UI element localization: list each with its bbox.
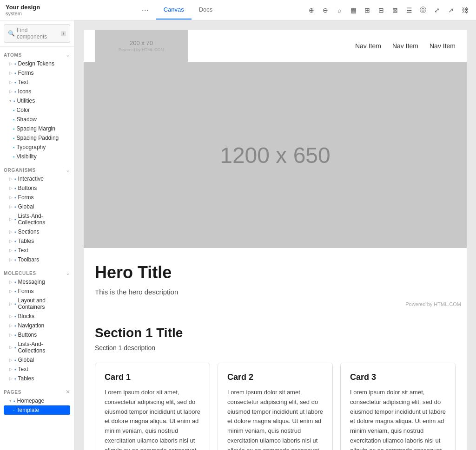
expand-icon[interactable]: ⤢ xyxy=(431,5,443,16)
grid-icon[interactable]: ⊞ xyxy=(362,5,373,16)
arrow-icon: ▷ xyxy=(9,280,13,284)
sidebar-item-tables-mol[interactable]: ▷ ▪ Tables xyxy=(4,374,70,383)
sidebar-item-lists-mol[interactable]: ▷ ▪ Lists-And-Collections xyxy=(4,339,70,355)
sidebar-item-design-tokens[interactable]: ▷ ▪ Design Tokens xyxy=(4,59,70,68)
sidebar-item-forms-mol[interactable]: ▷ ▪ Forms xyxy=(4,287,70,296)
sidebar-item-typography[interactable]: ▪ Typography xyxy=(4,143,70,152)
sidebar-item-buttons-mol[interactable]: ▷ ▪ Buttons xyxy=(4,330,70,339)
sidebar-item-navigation[interactable]: ▷ ▪ Navigation xyxy=(4,321,70,330)
table-icon[interactable]: ⊟ xyxy=(376,5,387,16)
nav-item-3[interactable]: Nav Item xyxy=(430,42,456,50)
sidebar-item-template[interactable]: ▪ Template xyxy=(4,405,70,415)
sidebar-item-label: Forms xyxy=(18,194,34,201)
sidebar-item-label: Color xyxy=(17,107,30,113)
sidebar-item-icons-atoms[interactable]: ▷ ▪ Icons xyxy=(4,87,70,96)
zoom-in-icon[interactable]: ⊕ xyxy=(306,5,317,16)
top-bar: Your design system ··· Canvas Docs ⊕ ⊖ ⌕… xyxy=(0,0,476,20)
organisms-collapse[interactable]: ⌄ xyxy=(66,167,70,173)
sidebar-item-visibility[interactable]: ▪ Visibility xyxy=(4,152,70,161)
sidebar-item-spacing-padding[interactable]: ▪ Spacing Padding xyxy=(4,133,70,143)
sidebar-item-label: Buttons xyxy=(18,185,37,191)
sidebar-item-global-org[interactable]: ▷ ▪ Global xyxy=(4,202,70,211)
tab-canvas[interactable]: Canvas xyxy=(156,0,192,20)
component-icon: ▪ xyxy=(14,89,16,94)
molecules-title: MOLECULES xyxy=(4,271,36,276)
sidebar-item-label: Lists-And-Collections xyxy=(18,213,68,226)
sidebar-item-text-org[interactable]: ▷ ▪ Text xyxy=(4,246,70,255)
section1-title: Section 1 Title xyxy=(95,326,456,340)
component-icon: ▪ xyxy=(14,248,16,253)
atoms-section: ATOMS ⌄ ▷ ▪ Design Tokens ▷ ▪ Forms ▷ ▪ … xyxy=(0,47,74,162)
sidebar-item-label: Homepage xyxy=(17,398,45,404)
card-1: Card 1 Lorem ipsum dolor sit amet, conse… xyxy=(95,363,210,450)
atoms-collapse[interactable]: ⌄ xyxy=(66,52,70,58)
arrow-icon: ▷ xyxy=(9,176,13,181)
pages-close-icon[interactable]: ✕ xyxy=(66,389,70,395)
arrow-icon: ▷ xyxy=(9,239,13,243)
sidebar-item-spacing-margin[interactable]: ▪ Spacing Margin xyxy=(4,124,70,133)
more-button[interactable]: ··· xyxy=(138,3,152,17)
sidebar-item-label: Lists-And-Collections xyxy=(18,341,68,354)
sidebar-item-label: Tables xyxy=(18,375,34,382)
sidebar-item-forms-atoms[interactable]: ▷ ▪ Forms xyxy=(4,68,70,78)
section1-description: Section 1 description xyxy=(95,344,456,352)
sidebar: 🔍 Find components / ATOMS ⌄ ▷ ▪ Design T… xyxy=(0,20,74,450)
card-3-title: Card 3 xyxy=(350,372,446,382)
canvas-area[interactable]: 200 x 70 Powered by HTML.COM Nav Item Na… xyxy=(74,20,476,450)
sidebar-item-shadow[interactable]: ▪ Shadow xyxy=(4,115,70,124)
component-icon: ▪ xyxy=(13,154,15,159)
sidebar-item-label: Interactive xyxy=(18,176,44,182)
component-icon: ▪ xyxy=(14,217,16,222)
card-3: Card 3 Lorem ipsum dolor sit amet, conse… xyxy=(340,363,456,450)
preview-navbar: 200 x 70 Powered by HTML.COM Nav Item Na… xyxy=(84,30,467,62)
help-icon[interactable]: ⓪ xyxy=(417,5,429,16)
arrow-icon: ▷ xyxy=(9,323,13,328)
sidebar-item-label: Spacing Margin xyxy=(17,125,55,132)
sidebar-item-color[interactable]: ▪ Color xyxy=(4,105,70,115)
sidebar-item-sections-org[interactable]: ▷ ▪ Sections xyxy=(4,227,70,236)
arrow-icon: ▷ xyxy=(9,186,13,190)
sidebar-item-messaging[interactable]: ▷ ▪ Messaging xyxy=(4,277,70,287)
nav-item-1[interactable]: Nav Item xyxy=(355,42,381,50)
search-input[interactable]: 🔍 Find components / xyxy=(4,24,70,43)
tab-docs[interactable]: Docs xyxy=(192,0,220,20)
component-icon: ▪ xyxy=(14,376,16,381)
component-icon: ▪ xyxy=(14,289,16,294)
search-icon[interactable]: ⌕ xyxy=(334,5,345,16)
cards-grid: Card 1 Lorem ipsum dolor sit amet, conse… xyxy=(95,363,456,450)
sidebar-item-forms-org[interactable]: ▷ ▪ Forms xyxy=(4,193,70,202)
nav-item-2[interactable]: Nav Item xyxy=(392,42,418,50)
component-icon: ▪ xyxy=(13,398,15,404)
sidebar-item-text-mol[interactable]: ▷ ▪ Text xyxy=(4,365,70,374)
sidebar-item-global-mol[interactable]: ▷ ▪ Global xyxy=(4,355,70,365)
sidebar-item-text-atoms[interactable]: ▷ ▪ Text xyxy=(4,78,70,87)
sidebar-item-utilities[interactable]: ▾ ▪ Utilities xyxy=(4,96,70,105)
share-icon[interactable]: ↗ xyxy=(445,5,456,16)
card-2-text: Lorem ipsum dolor sit amet, consectetur … xyxy=(227,388,323,450)
sidebar-item-tables-org[interactable]: ▷ ▪ Tables xyxy=(4,236,70,246)
card-1-title: Card 1 xyxy=(105,372,200,382)
sidebar-item-toolbars-org[interactable]: ▷ ▪ Toolbars xyxy=(4,255,70,264)
card-3-text: Lorem ipsum dolor sit amet, consectetur … xyxy=(350,388,446,450)
link-icon[interactable]: ⛓ xyxy=(459,5,470,16)
component-icon: ▪ xyxy=(14,301,16,307)
image-icon[interactable]: ▦ xyxy=(348,5,359,16)
arrow-icon: ▷ xyxy=(9,195,13,200)
sidebar-item-lists-org[interactable]: ▷ ▪ Lists-And-Collections xyxy=(4,211,70,227)
sidebar-item-blocks[interactable]: ▷ ▪ Blocks xyxy=(4,312,70,321)
molecules-collapse[interactable]: ⌄ xyxy=(66,270,70,276)
molecules-section: MOLECULES ⌄ ▷ ▪ Messaging ▷ ▪ Forms ▷ ▪ … xyxy=(0,265,74,384)
sidebar-item-label: Typography xyxy=(17,144,46,150)
arrow-icon: ▷ xyxy=(9,71,13,75)
rows-icon[interactable]: ☰ xyxy=(403,5,415,16)
sidebar-item-homepage[interactable]: ▾ ▪ Homepage xyxy=(4,396,70,405)
arrow-icon: ▷ xyxy=(9,61,13,66)
layout-icon[interactable]: ⊠ xyxy=(390,5,401,16)
sidebar-item-interactive[interactable]: ▷ ▪ Interactive xyxy=(4,174,70,183)
arrow-icon: ▷ xyxy=(9,358,13,362)
sidebar-item-label: Toolbars xyxy=(18,256,39,263)
hero-image-size: 1200 x 650 xyxy=(220,143,331,168)
zoom-out-icon[interactable]: ⊖ xyxy=(320,5,331,16)
sidebar-item-layout-containers[interactable]: ▷ ▪ Layout and Containers xyxy=(4,296,70,312)
sidebar-item-buttons-org[interactable]: ▷ ▪ Buttons xyxy=(4,183,70,193)
